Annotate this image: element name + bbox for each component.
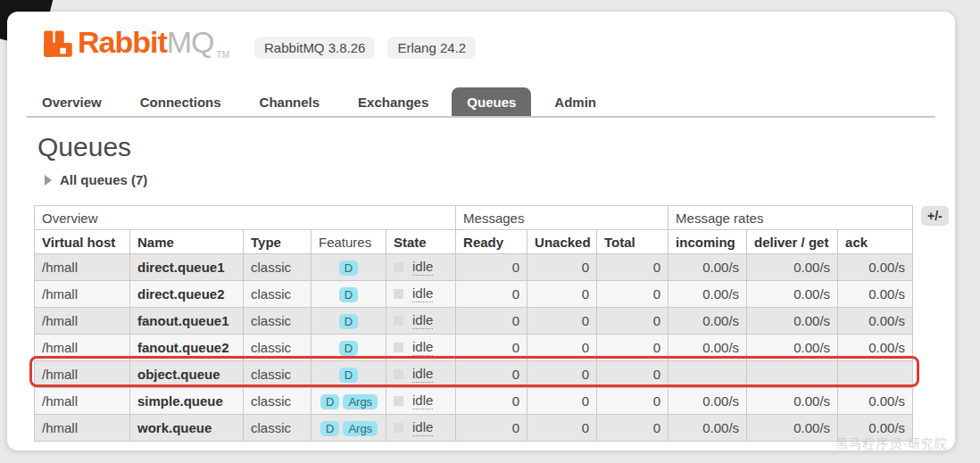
all-queues-disclosure[interactable]: All queues (7) — [45, 172, 147, 187]
col-features: Features — [311, 230, 386, 254]
durable-badge: D — [339, 368, 358, 383]
rabbitmq-management-window: RabbitMQTM RabbitMQ 3.8.26 Erlang 24.2 O… — [0, 0, 980, 463]
state-indicator-icon — [394, 369, 403, 379]
type-cell: classic — [244, 308, 311, 335]
ready-cell: 0 — [456, 254, 527, 281]
ack-rate-cell: 0.00/s — [838, 388, 913, 415]
features-cell: D — [311, 254, 386, 281]
queue-name-link[interactable]: fanout.queue1 — [130, 308, 244, 335]
ack-rate-cell: 0.00/s — [838, 335, 913, 361]
features-cell: DArgs — [311, 415, 386, 442]
state-label: idle — [412, 259, 433, 276]
vhost-cell: /hmall — [35, 308, 130, 335]
col-virtual-host[interactable]: Virtual host — [35, 230, 130, 254]
col-unacked[interactable]: Unacked — [527, 230, 597, 254]
vhost-cell: /hmall — [35, 281, 130, 308]
total-cell: 0 — [597, 254, 669, 281]
ready-cell: 0 — [456, 388, 527, 415]
durable-badge: D — [339, 260, 358, 276]
state-cell: idle — [386, 415, 456, 442]
unacked-cell: 0 — [527, 388, 597, 415]
state-indicator-icon — [394, 289, 403, 299]
state-indicator-icon — [394, 396, 403, 406]
ready-cell: 0 — [456, 415, 527, 442]
col-state[interactable]: State — [386, 230, 456, 254]
state-label: idle — [412, 339, 433, 356]
col-type[interactable]: Type — [244, 230, 311, 254]
column-visibility-toggle-button[interactable]: +/- — [921, 206, 949, 226]
unacked-cell: 0 — [527, 281, 597, 308]
ready-cell: 0 — [456, 281, 527, 308]
queue-name-link[interactable]: object.queue — [130, 361, 244, 388]
deliver-get-rate-cell: 0.00/s — [747, 308, 838, 335]
nav-tabs: Overview Connections Channels Exchanges … — [27, 86, 935, 118]
col-incoming[interactable]: incoming — [669, 230, 747, 254]
durable-badge: D — [339, 314, 358, 329]
group-header-messages: Messages — [456, 206, 669, 230]
state-indicator-icon — [394, 343, 403, 352]
tab-admin[interactable]: Admin — [539, 87, 611, 116]
queue-name-link[interactable]: direct.queue2 — [130, 281, 244, 308]
tab-overview[interactable]: Overview — [27, 87, 117, 116]
col-ack[interactable]: ack — [838, 230, 913, 254]
col-deliver-get[interactable]: deliver / get — [747, 230, 838, 254]
durable-badge: D — [320, 421, 339, 436]
group-header-overview: Overview — [35, 206, 456, 230]
incoming-rate-cell: 0.00/s — [669, 415, 747, 442]
total-cell: 0 — [597, 281, 669, 308]
watermark-text: 黑马程序员·研究院 — [835, 436, 948, 452]
unacked-cell: 0 — [527, 415, 597, 442]
tab-queues[interactable]: Queues — [452, 87, 531, 116]
incoming-rate-cell — [669, 361, 747, 388]
erlang-version-badge: Erlang 24.2 — [387, 37, 476, 59]
unacked-cell: 0 — [527, 308, 597, 335]
col-total[interactable]: Total — [597, 230, 669, 254]
deliver-get-rate-cell: 0.00/s — [747, 254, 838, 281]
brand-trademark: TM — [217, 50, 229, 60]
queue-row: /hmall direct.queue2 classic D idle 0 0 … — [35, 281, 913, 308]
queue-row: /hmall fanout.queue2 classic D idle 0 0 … — [35, 335, 913, 361]
ack-rate-cell — [838, 361, 913, 388]
page-title: Queues — [37, 132, 131, 162]
tab-channels[interactable]: Channels — [245, 87, 336, 116]
app-header: RabbitMQTM RabbitMQ 3.8.26 Erlang 24.2 — [42, 25, 476, 60]
state-cell: idle — [386, 361, 456, 388]
state-indicator-icon — [394, 262, 403, 272]
features-cell: DArgs — [311, 388, 386, 415]
type-cell: classic — [244, 254, 311, 281]
queue-row: /hmall fanout.queue1 classic D idle 0 0 … — [35, 308, 913, 335]
tab-connections[interactable]: Connections — [125, 87, 237, 116]
all-queues-label: All queues (7) — [60, 172, 147, 187]
type-cell: classic — [244, 388, 311, 415]
total-cell: 0 — [597, 415, 669, 442]
col-name[interactable]: Name — [130, 230, 244, 254]
unacked-cell: 0 — [527, 254, 597, 281]
durable-badge: D — [339, 287, 358, 302]
ready-cell: 0 — [456, 308, 527, 335]
disclosure-triangle-icon — [45, 175, 52, 186]
state-label: idle — [412, 419, 433, 436]
queue-name-link[interactable]: simple.queue — [130, 388, 244, 415]
queue-name-link[interactable]: work.queue — [130, 415, 244, 442]
queues-table: Overview Messages Message rates Virtual … — [34, 205, 913, 442]
queue-row: /hmall direct.queue1 classic D idle 0 0 … — [35, 254, 913, 281]
features-cell: D — [311, 281, 386, 308]
queue-name-link[interactable]: direct.queue1 — [130, 254, 244, 281]
vhost-cell: /hmall — [35, 388, 130, 415]
ready-cell: 0 — [456, 361, 527, 388]
vhost-cell: /hmall — [35, 361, 130, 388]
state-cell: idle — [386, 388, 456, 415]
queue-name-link[interactable]: fanout.queue2 — [130, 335, 244, 361]
state-label: idle — [412, 285, 433, 302]
state-cell: idle — [386, 308, 456, 335]
deliver-get-rate-cell — [747, 361, 838, 388]
col-ready[interactable]: Ready — [456, 230, 527, 254]
durable-badge: D — [339, 341, 358, 356]
brand-wordmark: RabbitMQTM — [78, 25, 229, 60]
tab-exchanges[interactable]: Exchanges — [343, 87, 444, 116]
total-cell: 0 — [597, 388, 669, 415]
state-label: idle — [412, 366, 433, 383]
type-cell: classic — [244, 281, 311, 308]
state-cell: idle — [386, 254, 456, 281]
ack-rate-cell: 0.00/s — [838, 254, 913, 281]
